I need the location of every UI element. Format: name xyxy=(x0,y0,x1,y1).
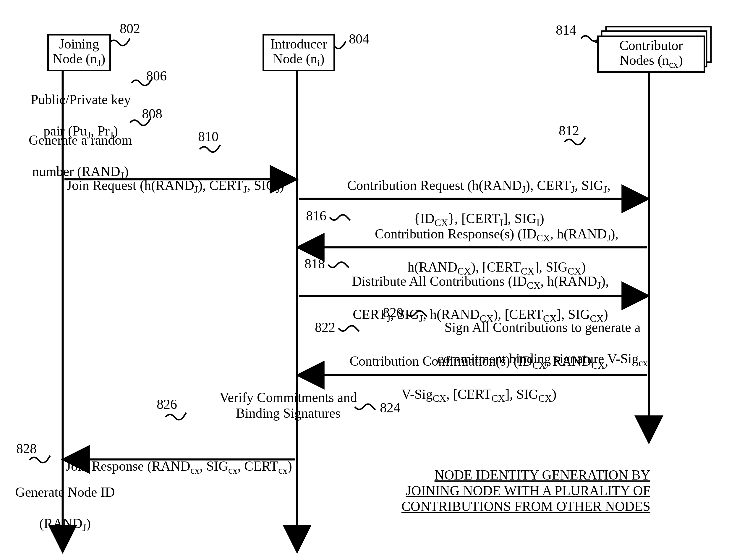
ref-826: 826 xyxy=(157,396,177,412)
sequence-diagram: Joining Node (nJ) Introducer Node (ni) C… xyxy=(0,0,737,560)
joining-node-box: Joining Node (nJ) xyxy=(47,34,111,71)
introducer-node-box: Introducer Node (ni) xyxy=(263,34,335,71)
ref-802: 802 xyxy=(120,21,140,36)
ref-808: 808 xyxy=(142,106,162,122)
ref-804: 804 xyxy=(349,31,369,47)
ref-814: 814 xyxy=(556,22,576,38)
step-810-text: Join Request (h(RANDJ), CERTJ, SIGJ) xyxy=(67,162,303,195)
ref-810: 810 xyxy=(198,129,219,144)
diagram-title: NODE IDENTITY GENERATION BY JOINING NODE… xyxy=(384,467,650,514)
ref-812: 812 xyxy=(559,123,579,138)
ref-828: 828 xyxy=(16,441,37,456)
introducer-node-label: Introducer Node (ni) xyxy=(271,37,327,69)
step-824-text: Verify Commitments and Binding Signature… xyxy=(210,390,367,421)
joining-node-label: Joining Node (nJ) xyxy=(53,37,106,69)
contributor-nodes-box: Contributor Nodes (ncx) xyxy=(597,35,705,73)
contributor-nodes-label: Contributor Nodes (ncx) xyxy=(619,38,683,70)
step-828-text: Generate Node ID (RANDJ) xyxy=(9,469,121,533)
ref-806: 806 xyxy=(146,68,167,84)
